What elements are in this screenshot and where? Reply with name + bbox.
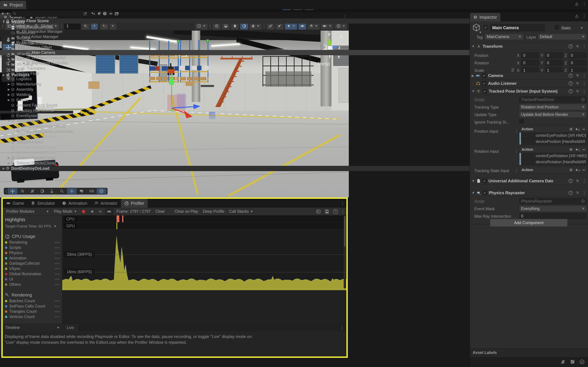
profiler-modules-dropdown[interactable]: Profiler Modules▼ bbox=[4, 208, 51, 215]
drag-handle-icon[interactable]: ══ bbox=[55, 299, 60, 303]
component-menu-icon[interactable]: ⋮ bbox=[582, 191, 586, 195]
component-menu-icon[interactable]: ⋮ bbox=[582, 73, 586, 78]
rotation-input-binding[interactable]: deviceRotation [HandheldAR bbox=[519, 159, 587, 165]
search-by-label-icon[interactable] bbox=[97, 12, 101, 16]
component-enabled-checkbox[interactable]: ✓ bbox=[482, 179, 487, 183]
scene-panel-menu-icon[interactable]: ⋮ bbox=[343, 14, 347, 19]
component-menu-icon[interactable]: ⋮ bbox=[582, 179, 586, 183]
tab-animation[interactable]: Animation bbox=[59, 199, 91, 208]
foldout-closed-icon[interactable]: ▶ bbox=[2, 167, 6, 170]
component-menu-icon[interactable]: ⋮ bbox=[582, 89, 586, 94]
transform-rotation-x-field[interactable]: 0 bbox=[521, 60, 539, 66]
presets-icon[interactable] bbox=[575, 191, 579, 195]
help-icon[interactable]: ? bbox=[569, 191, 573, 195]
add-icon[interactable]: +▼ bbox=[575, 127, 580, 132]
help-icon[interactable]: ? bbox=[569, 74, 573, 78]
camera-overlay-button[interactable] bbox=[77, 188, 86, 194]
drag-handle-icon[interactable]: ══ bbox=[55, 251, 60, 255]
ignore-tracking-checkbox[interactable] bbox=[519, 119, 524, 123]
profiler-series-others[interactable]: Others══ bbox=[3, 282, 62, 287]
tag-dropdown[interactable]: MainCamera▼ bbox=[485, 34, 523, 40]
add-component-button[interactable]: Add Component bbox=[490, 219, 568, 227]
profiler-series-physics[interactable]: Physics══ bbox=[3, 250, 62, 256]
load-profile-icon[interactable] bbox=[316, 209, 321, 214]
physics-raycaster-header[interactable]: ▼ ✓ Physics Raycaster ?⋮ bbox=[470, 189, 588, 196]
transform-header[interactable]: ▼ Transform ?⋮ bbox=[470, 43, 588, 50]
static-dropdown-caret[interactable]: ▼ bbox=[580, 26, 583, 30]
help-icon[interactable]: ? bbox=[569, 44, 573, 49]
update-type-dropdown[interactable]: Update And Before Render▼ bbox=[519, 111, 587, 117]
frame-marker[interactable] bbox=[117, 216, 119, 222]
search-by-type-icon[interactable] bbox=[91, 11, 95, 16]
profiler-series-scripts[interactable]: Scripts══ bbox=[3, 245, 62, 250]
transform-position-z-field[interactable]: 0 bbox=[569, 52, 587, 58]
overlay-settings-button[interactable] bbox=[18, 188, 27, 194]
profiler-series-vsync[interactable]: VSync══ bbox=[3, 266, 62, 271]
link-scale-icon[interactable] bbox=[511, 68, 515, 72]
presets-icon[interactable] bbox=[575, 179, 579, 183]
save-profile-icon[interactable] bbox=[325, 209, 329, 214]
profiler-series-ui[interactable]: UI══ bbox=[3, 277, 62, 282]
add-icon[interactable]: +▼ bbox=[575, 167, 580, 173]
search-overlay-button[interactable] bbox=[57, 188, 67, 194]
tab-simulator[interactable]: Simulator bbox=[27, 199, 59, 208]
layer-dropdown[interactable]: Default▼ bbox=[538, 34, 587, 40]
open-new-window-icon[interactable] bbox=[83, 12, 87, 16]
help-icon[interactable]: ? bbox=[569, 179, 573, 183]
eye-icon[interactable]: 29 bbox=[109, 11, 119, 16]
rendering-module[interactable]: Rendering bbox=[3, 292, 62, 298]
drag-handle-icon[interactable]: ══ bbox=[55, 304, 60, 308]
foldout-closed-icon[interactable]: ▶ bbox=[7, 68, 11, 72]
cache-disabled-icon[interactable] bbox=[570, 359, 575, 365]
component-enabled-checkbox[interactable]: ✓ bbox=[482, 73, 486, 78]
field-menu-icon[interactable]: ⋮ bbox=[515, 129, 519, 133]
event-mask-dropdown[interactable]: Everything▼ bbox=[519, 206, 587, 212]
tab-profiler[interactable]: Profiler bbox=[121, 199, 148, 208]
move-overlay-button[interactable] bbox=[67, 188, 77, 194]
foldout-closed-icon[interactable]: ▶ bbox=[7, 52, 11, 56]
profiler-series-batches-count[interactable]: Batches Count══ bbox=[3, 298, 62, 304]
profiler-series-animation[interactable]: Animation══ bbox=[3, 256, 62, 261]
frame-marker[interactable] bbox=[117, 222, 117, 229]
foldout-closed-icon[interactable]: ▶ bbox=[7, 47, 11, 50]
profiler-chart-area[interactable]: CPU GPU 33ms (30FPS)16ms (60FPS) bbox=[62, 216, 346, 324]
live-toggle[interactable]: Live bbox=[62, 324, 78, 331]
transform-position-x-field[interactable]: 0 bbox=[521, 52, 539, 58]
add-dropdown-icon[interactable]: ▼ bbox=[6, 12, 9, 16]
position-input-binding[interactable]: devicePosition [HandheldAR bbox=[519, 138, 587, 145]
profiler-series-global-illumination[interactable]: Global Illumination══ bbox=[3, 271, 62, 277]
target-frame-time-dropdown[interactable]: Target Frame Time: 60 FPS▼ bbox=[3, 222, 62, 228]
foldout-closed-icon[interactable]: ▶ bbox=[2, 73, 6, 77]
drag-handle-icon[interactable]: ══ bbox=[55, 315, 60, 319]
drag-handle-icon[interactable]: ══ bbox=[55, 272, 60, 276]
profiler-menu-icon[interactable]: ⋮ bbox=[341, 209, 345, 214]
play-mode-dropdown[interactable]: Play Mode▼ bbox=[52, 208, 79, 215]
xb-overlay-button[interactable]: XB bbox=[87, 188, 96, 194]
foldout-closed-icon[interactable]: ▶ bbox=[7, 36, 11, 40]
tab-animator[interactable]: Animator bbox=[91, 199, 121, 208]
gear-icon[interactable] bbox=[569, 127, 573, 131]
static-checkbox[interactable] bbox=[555, 25, 559, 30]
pan-overlay-button[interactable] bbox=[8, 188, 17, 194]
call-stacks-dropdown[interactable]: Call Stacks▼ bbox=[227, 208, 255, 215]
current-frame-button[interactable] bbox=[105, 208, 114, 215]
universal-camera-data-header[interactable]: ▼ # ✓ Universal Additional Camera Data (… bbox=[470, 177, 588, 184]
component-menu-icon[interactable]: ⋮ bbox=[582, 44, 586, 49]
next-frame-button[interactable] bbox=[97, 208, 104, 215]
detail-view-dropdown[interactable]: Timeline▼ bbox=[3, 324, 62, 331]
grid-toggle-button[interactable] bbox=[27, 188, 37, 194]
max-ray-field[interactable]: 0 bbox=[519, 213, 587, 219]
gear-icon[interactable] bbox=[569, 148, 573, 151]
presets-icon[interactable] bbox=[575, 44, 579, 49]
tab-inspector[interactable]: Inspector bbox=[470, 13, 500, 21]
add-asset-button[interactable]: + bbox=[1, 11, 4, 17]
profiler-scrollbar[interactable] bbox=[344, 216, 346, 289]
icon-picker-caret[interactable]: ▼ bbox=[479, 31, 482, 34]
ok-status-icon[interactable] bbox=[579, 359, 585, 365]
unlock-icon[interactable] bbox=[575, 14, 579, 18]
drag-handle-icon[interactable]: ══ bbox=[55, 267, 60, 271]
invalid-results-icon[interactable] bbox=[103, 12, 107, 16]
active-checkbox[interactable]: ✓ bbox=[484, 25, 488, 30]
object-name-field[interactable]: Main Camera bbox=[490, 24, 545, 31]
foldout-closed-icon[interactable]: ▶ bbox=[7, 63, 11, 66]
